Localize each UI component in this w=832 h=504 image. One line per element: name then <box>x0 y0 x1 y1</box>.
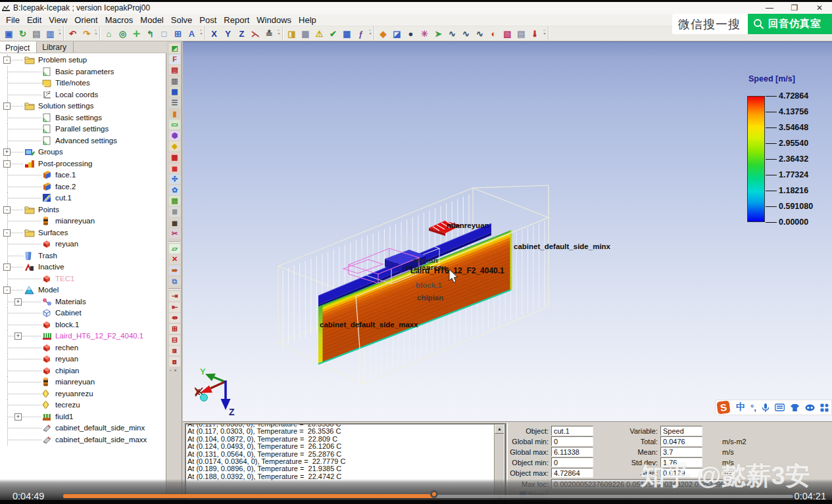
level-icon[interactable]: ≛ <box>262 27 276 40</box>
menu-orient[interactable]: Orient <box>73 14 99 26</box>
delete-icon[interactable]: ✕ <box>169 254 180 264</box>
tree-label[interactable]: Basic settings <box>55 114 102 122</box>
scroll-up-button[interactable]: ▲ <box>495 424 504 434</box>
field-input[interactable]: 6.11338 <box>551 447 593 457</box>
tree-item-materials[interactable]: +Materials <box>0 296 166 308</box>
plot-t-icon[interactable]: ∿ <box>459 27 473 40</box>
collapse-icon[interactable]: - <box>3 103 11 110</box>
triad-icon[interactable]: ⋋ <box>249 27 262 40</box>
field-input[interactable]: Speed <box>660 426 702 436</box>
tree-label[interactable]: Groups <box>38 148 63 156</box>
tree-label[interactable]: reyuanrezu <box>55 390 93 398</box>
tree-label[interactable]: Problem setup <box>38 56 87 64</box>
menu-post[interactable]: Post <box>198 14 218 26</box>
thermo-icon[interactable]: 🌡 <box>528 27 542 40</box>
skin-icon[interactable] <box>790 403 800 412</box>
mic-icon[interactable] <box>762 403 770 413</box>
fit-window-icon[interactable]: ✛ <box>130 27 143 40</box>
tree-item-title-notes[interactable]: Title/notes <box>0 78 166 89</box>
tree-label[interactable]: Surfaces <box>38 229 68 237</box>
package-icon[interactable]: ◼ <box>169 218 180 228</box>
report-icon[interactable]: ▤ <box>514 27 528 40</box>
close-button[interactable]: ✕ <box>807 1 832 14</box>
tree-label[interactable]: face.2 <box>55 183 76 191</box>
scale-icon[interactable]: A <box>185 27 199 40</box>
tree-label[interactable]: cut.1 <box>55 194 72 202</box>
menu-report[interactable]: Report <box>222 14 251 26</box>
toolbar-group-handle[interactable]: ▫× <box>276 28 281 39</box>
tree-label[interactable]: Model <box>38 286 59 294</box>
tree-label[interactable]: reyuan <box>55 355 78 363</box>
wall-icon[interactable]: ◆ <box>169 141 180 151</box>
save-icon[interactable]: ▣ <box>2 27 16 40</box>
menu-file[interactable]: File <box>5 14 21 26</box>
home-view-icon[interactable]: ⌂ <box>102 27 116 40</box>
toolbar-group-handle[interactable]: ▫× <box>368 28 373 39</box>
tree-item-surfaces[interactable]: -Surfaces <box>0 227 166 239</box>
tree-label[interactable]: cabinet_default_side_maxx <box>55 436 147 444</box>
tree-item-basic-parameters[interactable]: Basic parameters <box>0 66 166 78</box>
tree-item-parallel-settings[interactable]: Parallel settings <box>0 124 166 135</box>
center-face-icon[interactable]: ⊞ <box>169 324 180 334</box>
enclosure-icon[interactable]: ⬢ <box>169 131 180 141</box>
tree-label[interactable]: Advanced settings <box>55 137 117 145</box>
refresh-icon[interactable]: ↻ <box>16 27 30 40</box>
collapse-icon[interactable]: - <box>3 286 11 294</box>
tree-label[interactable]: tecrezu <box>55 401 80 409</box>
redo-icon[interactable]: ↷ <box>80 27 93 40</box>
pick-icon[interactable]: ➤ <box>431 27 445 40</box>
tree-item-problem-setup[interactable]: -Problem setup <box>0 55 166 66</box>
tree-item-advanced-settings[interactable]: Advanced settings <box>0 135 166 147</box>
blower-icon[interactable]: ✿ <box>169 185 180 195</box>
zoom-icon[interactable]: ◎ <box>116 27 130 40</box>
check-icon[interactable]: ✔ <box>326 27 340 40</box>
plot-x-icon[interactable]: ∿ <box>445 27 459 40</box>
alert-icon[interactable]: ⚠ <box>312 27 326 40</box>
punctuation-icon[interactable]: °, <box>750 403 756 413</box>
tree-item-fiuld1[interactable]: +fiuld1 <box>0 411 166 423</box>
tree-item-inactive[interactable]: -Inactive <box>0 262 166 273</box>
field-input[interactable]: 3.7 <box>660 447 702 457</box>
tree-item-mianreyuan[interactable]: mianreyuan <box>0 377 166 388</box>
toolbar-group-handle[interactable]: ▫× <box>57 28 62 39</box>
tree-item-rechen[interactable]: rechen <box>0 342 166 354</box>
iso-surface-icon[interactable]: ● <box>404 27 418 40</box>
menu-macros[interactable]: Macros <box>104 14 135 26</box>
tree-label[interactable]: Laird_HT6_12_F2_4040.1 <box>55 332 143 340</box>
orient-x-icon[interactable]: X <box>207 27 221 40</box>
tree-label[interactable]: face.1 <box>55 171 76 179</box>
tree-item-block-1[interactable]: block.1 <box>0 319 166 331</box>
align-face-icon[interactable]: ⇥ <box>169 291 180 301</box>
tree-label[interactable]: Inactive <box>38 263 64 271</box>
tree-item-tec1[interactable]: TEC1 <box>0 273 166 285</box>
tab-project[interactable]: Project <box>0 41 37 53</box>
sogou-logo-icon[interactable]: S <box>716 400 731 415</box>
menu-windows[interactable]: Windows <box>255 14 293 26</box>
tree-label[interactable]: Title/notes <box>55 79 90 87</box>
tree-item-groups[interactable]: +Groups <box>0 147 166 158</box>
network-block-icon[interactable]: ▦ <box>169 152 180 162</box>
tree-item-cabinet[interactable]: Cabinet <box>0 308 166 319</box>
tree-item-basic-settings[interactable]: Basic settings <box>0 112 166 124</box>
edit-object-icon[interactable]: ▱ <box>169 244 180 254</box>
mesh-icon[interactable]: ▦ <box>299 27 312 40</box>
plate-icon[interactable]: ▭ <box>169 120 180 129</box>
field-input[interactable]: 4.72864 <box>551 468 593 478</box>
plane-cut-icon[interactable]: ◪ <box>390 27 404 40</box>
tree-item-points[interactable]: -Points <box>0 204 166 216</box>
collapse-icon[interactable]: - <box>3 206 11 214</box>
tree-item-reyuan[interactable]: reyuan <box>0 239 166 250</box>
undo-icon[interactable]: ↶ <box>66 27 80 40</box>
minimize-button[interactable]: — <box>757 1 782 14</box>
expand-icon[interactable]: + <box>14 298 22 306</box>
menu-model[interactable]: Model <box>139 14 164 26</box>
collapse-icon[interactable]: - <box>3 263 11 271</box>
move-icon[interactable]: ➠ <box>169 265 180 275</box>
field-input[interactable]: 0 <box>551 457 593 467</box>
tree-item-tecrezu[interactable]: tecrezu <box>0 400 166 411</box>
tree-item-laird-ht6-12-f2-4040-1[interactable]: +Laird_HT6_12_F2_4040.1 <box>0 331 166 342</box>
copy-icon[interactable]: ⧉ <box>169 277 180 286</box>
heat-exchanger-icon[interactable]: F <box>169 55 180 64</box>
restore-button[interactable]: ❐ <box>782 1 807 14</box>
tree-item-cut-1[interactable]: cut.1 <box>0 193 166 204</box>
